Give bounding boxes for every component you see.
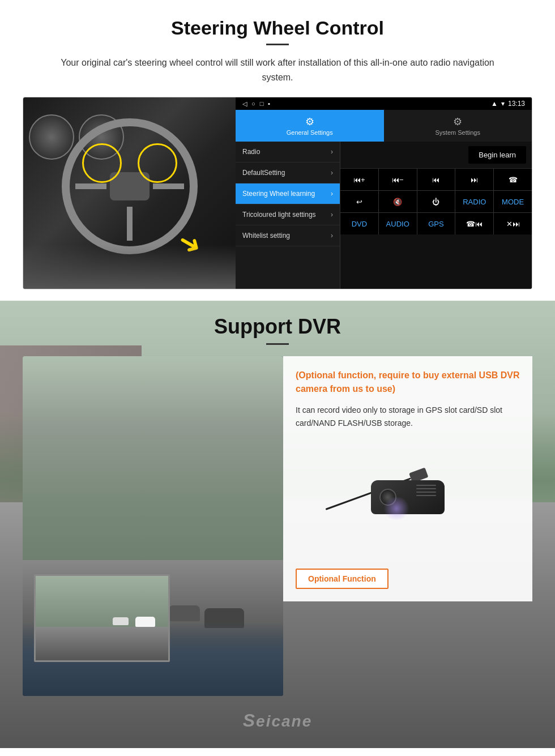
android-ui-panel: ◁ ○ □ ▪ ▲ ▾ 13:13 ⚙ General Settings [236, 97, 532, 289]
steering-wheel-section: Steering Wheel Control Your original car… [0, 0, 555, 301]
tab-general-label: General Settings [287, 129, 333, 136]
back-icon: ◁ [242, 100, 247, 108]
ctrl-btn-mute[interactable]: 🔇 [379, 191, 417, 212]
sw-spoke-bottom [127, 207, 133, 241]
ctrl-btn-next[interactable]: ⏭ [455, 169, 493, 190]
chevron-icon-tricolour: › [331, 211, 333, 219]
page-title: Steering Wheel Control [23, 17, 532, 39]
thumb-car-2 [113, 617, 129, 625]
android-statusbar: ◁ ○ □ ▪ ▲ ▾ 13:13 [236, 97, 532, 110]
menu-icon: ▪ [268, 100, 270, 108]
control-buttons-row1: ⏮+ ⏮− ⏮ ⏭ ☎ [340, 169, 532, 190]
circle-highlight-left [82, 143, 122, 183]
seicane-watermark: Seicane [243, 710, 313, 731]
general-settings-icon: ⚙ [305, 116, 314, 128]
menu-item-tricolour[interactable]: Tricoloured light settings › [236, 204, 340, 225]
settings-menu-list: Radio › DefaultSetting › Steering Wheel … [236, 142, 340, 289]
wifi-icon: ▾ [501, 100, 505, 108]
steering-photo: ➜ [23, 97, 236, 289]
ctrl-btn-hangup[interactable]: ↩ [340, 191, 378, 212]
camera-vent [416, 485, 436, 496]
statusbar-nav-icons: ◁ ○ □ ▪ [242, 100, 270, 108]
menu-item-defaultsetting-label: DefaultSetting [242, 169, 285, 177]
ctrl-btn-prev[interactable]: ⏮ [417, 169, 455, 190]
ctrl-btn-dvd[interactable]: DVD [340, 213, 378, 234]
ctrl-btn-vol-down[interactable]: ⏮− [379, 169, 417, 190]
menu-item-whitelist-label: Whitelist setting [242, 232, 290, 240]
optional-function-button[interactable]: Optional Function [296, 569, 388, 589]
dash-gradient [23, 245, 236, 289]
ctrl-btn-vol-up[interactable]: ⏮+ [340, 169, 378, 190]
statusbar-status: ▲ ▾ 13:13 [491, 100, 525, 108]
vent-line-4 [416, 495, 436, 496]
menu-item-radio[interactable]: Radio › [236, 142, 340, 163]
chevron-icon-default: › [331, 169, 333, 177]
car-silhouette-2 [169, 605, 200, 621]
section-description: Your original car's steering wheel contr… [45, 55, 510, 84]
begin-learn-button[interactable]: Begin learn [468, 146, 526, 164]
dvr-title-divider [266, 343, 289, 345]
signal-icon: ▲ [491, 100, 498, 108]
menu-item-steering-label: Steering Wheel learning [242, 190, 315, 198]
android-menu-area: Radio › DefaultSetting › Steering Wheel … [236, 142, 532, 289]
dvr-description: It can record video only to storage in G… [296, 404, 520, 429]
ctrl-btn-skip-next[interactable]: ✕⏭ [494, 213, 532, 234]
seicane-brand-s: S [243, 710, 256, 731]
vent-line-1 [416, 485, 436, 486]
tab-system-label: System Settings [436, 129, 480, 136]
title-divider [266, 44, 289, 45]
menu-item-tricolour-label: Tricoloured light settings [242, 211, 316, 219]
vent-line-2 [416, 488, 436, 489]
dvr-content-overlay: Support DVR [0, 301, 555, 713]
car-interior-background [23, 356, 283, 696]
sw-spoke-right [153, 183, 184, 189]
dvr-left-panel [23, 356, 283, 696]
road-view-area [23, 356, 283, 594]
ui-screenshot: ➜ ◁ ○ □ ▪ ▲ ▾ 13:13 [23, 97, 532, 289]
thumb-ground [36, 627, 168, 661]
dvr-section-title: Support DVR [23, 315, 532, 339]
ctrl-btn-mode[interactable]: MODE [494, 191, 532, 212]
ctrl-btn-audio[interactable]: AUDIO [379, 213, 417, 234]
dvr-inset-thumbnail [34, 574, 170, 662]
circle-highlight-right [138, 143, 177, 183]
ctrl-btn-phone-prev[interactable]: ☎⏮ [455, 213, 493, 234]
system-settings-icon: ⚙ [453, 116, 462, 128]
ctrl-btn-radio[interactable]: RADIO [455, 191, 493, 212]
begin-learn-row: Begin learn [340, 142, 532, 169]
menu-item-defaultsetting[interactable]: DefaultSetting › [236, 163, 340, 183]
ctrl-btn-power[interactable]: ⏻ [417, 191, 455, 212]
steering-wheel-right-panel: Begin learn ⏮+ ⏮− ⏮ ⏭ ☎ ↩ 🔇 [340, 142, 532, 289]
control-buttons-row3: DVD AUDIO GPS ☎⏮ ✕⏭ [340, 213, 532, 234]
sw-spoke-left [75, 183, 106, 189]
control-buttons-row2: ↩ 🔇 ⏻ RADIO MODE [340, 191, 532, 212]
camera-body [371, 480, 445, 514]
android-settings-tabs: ⚙ General Settings ⚙ System Settings [236, 110, 532, 142]
menu-item-radio-label: Radio [242, 148, 260, 156]
home-icon: ○ [251, 100, 255, 108]
time-display: 13:13 [508, 100, 525, 108]
ctrl-btn-phone[interactable]: ☎ [494, 169, 532, 190]
tab-system-settings[interactable]: ⚙ System Settings [384, 110, 532, 142]
dvr-camera-image [296, 441, 520, 554]
recent-icon: □ [260, 100, 264, 108]
chevron-icon-radio: › [331, 148, 333, 156]
chevron-icon-steering: › [331, 190, 333, 198]
menu-item-steering-wheel[interactable]: Steering Wheel learning › [236, 183, 340, 204]
seicane-brand-rest: eicane [256, 712, 312, 730]
dvr-section: Support DVR [0, 301, 555, 748]
ctrl-btn-gps[interactable]: GPS [417, 213, 455, 234]
dvr-optional-title: (Optional function, require to buy exter… [296, 369, 520, 396]
sw-outer-ring [62, 118, 198, 254]
thumb-car-1 [135, 617, 155, 627]
dvr-right-panel: (Optional function, require to buy exter… [283, 356, 532, 601]
vent-line-3 [416, 492, 436, 493]
camera-light-effect [382, 497, 411, 520]
dvr-content-area: (Optional function, require to buy exter… [23, 356, 532, 696]
menu-item-whitelist[interactable]: Whitelist setting › [236, 225, 340, 246]
tab-general-settings[interactable]: ⚙ General Settings [236, 110, 384, 142]
chevron-icon-whitelist: › [331, 232, 333, 240]
